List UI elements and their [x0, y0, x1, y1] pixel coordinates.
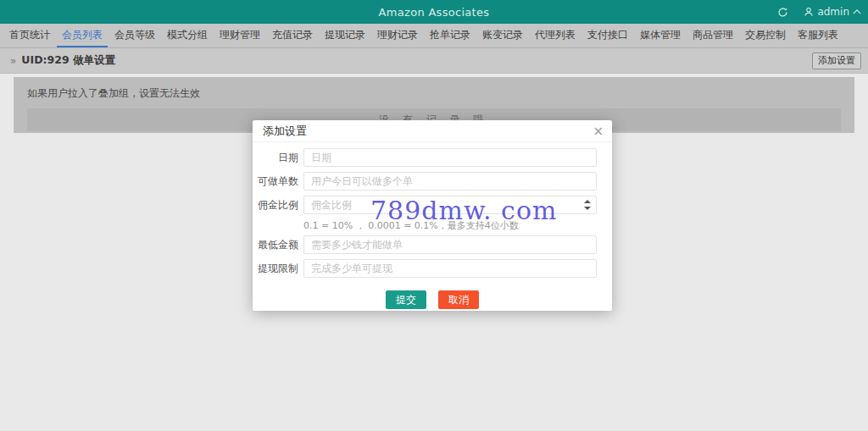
nav-item-14[interactable]: 商品管理 [687, 24, 738, 47]
daily-orders-field-input-wrap [303, 172, 597, 191]
app-header: Amazon Associates admin [0, 0, 868, 24]
daily-orders-field-row: 可做单数 [253, 172, 597, 191]
submit-button[interactable]: 提交 [386, 290, 426, 309]
nav-item-16[interactable]: 客服列表 [793, 24, 843, 47]
person-icon [804, 7, 814, 17]
breadcrumb-bar: » UID:929 做单设置 添加设置 [0, 48, 868, 74]
close-icon[interactable]: × [593, 124, 604, 139]
nav-item-7[interactable]: 提现记录 [320, 24, 370, 47]
min-amount-field-input[interactable] [303, 235, 597, 254]
nav-item-10[interactable]: 账变记录 [477, 24, 528, 47]
number-spinner-icon[interactable] [584, 200, 591, 210]
date-field-input-wrap [303, 148, 597, 167]
nav-item-13[interactable]: 媒体管理 [635, 24, 686, 47]
chevron-up-icon [853, 8, 861, 15]
cancel-button[interactable]: 取消 [438, 290, 479, 309]
date-field-input[interactable] [303, 148, 597, 167]
modal-footer: 提交 取消 [253, 290, 612, 309]
nav-item-6[interactable]: 充值记录 [267, 24, 318, 47]
withdraw-limit-field-input-wrap [303, 259, 597, 278]
add-settings-modal: 添加设置 × 日期可做单数佣金比例0.1 = 10% ， 0.0001 = 0.… [253, 120, 612, 311]
user-menu[interactable]: admin [804, 6, 861, 18]
commission-rate-field-row: 佣金比例 [253, 196, 597, 214]
daily-orders-field-input[interactable] [303, 172, 597, 191]
modal-title: 添加设置 [263, 124, 307, 139]
date-field-row: 日期 [253, 148, 597, 167]
nav-item-12[interactable]: 支付接口 [582, 24, 633, 47]
nav-item-1[interactable]: 首页统计 [4, 24, 55, 47]
modal-header: 添加设置 × [253, 120, 612, 142]
nav-item-8[interactable]: 理财记录 [372, 24, 423, 47]
header-right-controls: admin [777, 0, 861, 24]
nav-item-15[interactable]: 交易控制 [740, 24, 791, 47]
settings-hint-text: 如果用户拉入了叠加组，设置无法生效 [27, 86, 841, 101]
app-title: Amazon Associates [379, 6, 490, 19]
daily-orders-field-label: 可做单数 [253, 174, 298, 189]
min-amount-field-label: 最低金额 [253, 238, 298, 252]
withdraw-limit-field-input[interactable] [303, 259, 597, 278]
withdraw-limit-field-row: 提现限制 [253, 259, 597, 278]
commission-rate-field-input[interactable] [303, 196, 597, 214]
nav-item-5[interactable]: 理财管理 [214, 24, 265, 47]
withdraw-limit-field-label: 提现限制 [253, 262, 298, 276]
commission-rate-field-input-wrap [303, 196, 597, 214]
nav-item-2[interactable]: 会员列表 [57, 24, 108, 47]
main-nav: 首页统计会员列表会员等级模式分组理财管理充值记录提现记录理财记录抢单记录账变记录… [0, 24, 868, 48]
modal-form: 日期可做单数佣金比例0.1 = 10% ， 0.0001 = 0.1%，最多支持… [253, 142, 612, 278]
refresh-icon[interactable] [777, 7, 788, 18]
min-amount-field-input-wrap [303, 235, 597, 254]
nav-item-3[interactable]: 会员等级 [109, 24, 160, 47]
breadcrumb: UID:929 做单设置 [21, 53, 115, 68]
nav-item-4[interactable]: 模式分组 [162, 24, 213, 47]
date-field-label: 日期 [253, 151, 298, 165]
user-name: admin [817, 6, 849, 18]
nav-item-9[interactable]: 抢单记录 [425, 24, 476, 47]
min-amount-field-row: 最低金额 [253, 235, 597, 254]
commission-rate-field-helper-text: 0.1 = 10% ， 0.0001 = 0.1%，最多支持4位小数 [303, 219, 597, 230]
breadcrumb-arrow-icon: » [10, 55, 16, 67]
add-settings-button[interactable]: 添加设置 [812, 52, 861, 69]
nav-item-11[interactable]: 代理列表 [530, 24, 581, 47]
commission-rate-field-label: 佣金比例 [253, 198, 298, 213]
